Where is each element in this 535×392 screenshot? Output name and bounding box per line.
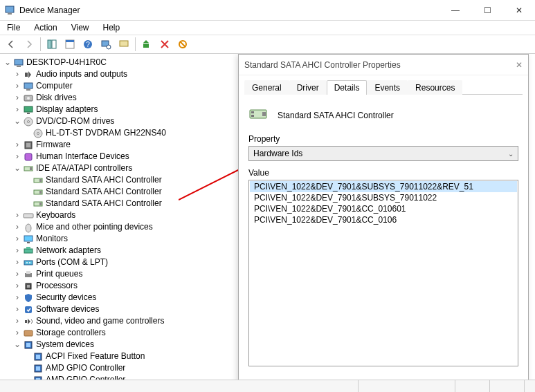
status-bar xyxy=(0,380,535,392)
svg-rect-3 xyxy=(52,40,56,48)
svg-rect-56 xyxy=(36,355,40,359)
svg-rect-34 xyxy=(39,191,42,194)
svg-rect-2 xyxy=(48,40,51,48)
svg-rect-11 xyxy=(143,44,149,48)
svg-point-38 xyxy=(26,224,31,232)
svg-rect-65 xyxy=(251,111,254,113)
menu-help[interactable]: Help xyxy=(99,21,125,34)
value-listbox[interactable]: PCI\VEN_1022&DEV_7901&SUBSYS_79011022&RE… xyxy=(248,180,518,366)
tab-driver[interactable]: Driver xyxy=(289,80,327,95)
svg-rect-40 xyxy=(27,242,30,243)
property-label: Property xyxy=(248,134,518,144)
forward-button[interactable] xyxy=(21,36,37,53)
value-item[interactable]: PCI\VEN_1022&DEV_7901&SUBSYS_79011022 xyxy=(250,192,517,203)
chevron-down-icon: ⌄ xyxy=(508,150,514,158)
maximize-button[interactable]: ☐ xyxy=(471,0,503,21)
show-hide-tree-button[interactable] xyxy=(44,36,60,53)
svg-rect-27 xyxy=(26,143,30,147)
disable-button[interactable] xyxy=(174,36,191,53)
minimize-button[interactable]: — xyxy=(439,0,471,21)
device-button[interactable] xyxy=(116,36,132,53)
update-driver-button[interactable] xyxy=(138,36,155,53)
title-bar: Device Manager — ☐ ✕ xyxy=(0,0,535,21)
main-body: ⌄DESKTOP-U4H1R0C›Audio inputs and output… xyxy=(0,54,535,380)
svg-rect-50 xyxy=(25,306,32,313)
tab-bar: General Driver Details Events Resources xyxy=(244,80,523,95)
device-icon xyxy=(248,106,271,124)
help-button[interactable]: ? xyxy=(80,36,96,53)
dialog-title: Standard SATA AHCI Controller Properties xyxy=(244,60,401,70)
device-name: Standard SATA AHCI Controller xyxy=(278,111,394,120)
svg-rect-15 xyxy=(25,73,28,77)
window-title: Device Manager xyxy=(19,6,439,15)
svg-rect-43 xyxy=(24,261,33,265)
close-button[interactable]: ✕ xyxy=(503,0,535,21)
tab-details[interactable]: Details xyxy=(327,80,368,95)
svg-rect-52 xyxy=(24,330,33,336)
svg-rect-21 xyxy=(27,113,30,114)
svg-point-45 xyxy=(29,262,30,263)
dialog-title-bar: Standard SATA AHCI Controller Properties… xyxy=(239,55,528,75)
back-button[interactable] xyxy=(3,36,19,53)
value-item[interactable]: PCI\VEN_1022&DEV_7901&CC_0106 xyxy=(250,214,517,225)
svg-rect-20 xyxy=(24,106,33,112)
svg-rect-54 xyxy=(26,343,30,347)
menu-view[interactable]: View xyxy=(67,21,93,34)
property-dropdown[interactable]: Hardware Ids ⌄ xyxy=(248,146,518,161)
svg-rect-28 xyxy=(25,153,32,160)
svg-rect-32 xyxy=(39,179,42,182)
uninstall-button[interactable] xyxy=(156,36,173,53)
value-item[interactable]: PCI\VEN_1022&DEV_7901&SUBSYS_79011022&RE… xyxy=(250,181,517,192)
svg-rect-14 xyxy=(17,66,21,67)
svg-rect-13 xyxy=(15,59,23,65)
tab-general[interactable]: General xyxy=(244,80,289,95)
scan-button[interactable] xyxy=(98,36,114,53)
properties-button[interactable] xyxy=(62,36,78,53)
svg-rect-66 xyxy=(251,115,254,117)
tab-resources[interactable]: Resources xyxy=(408,80,462,95)
toolbar: ? xyxy=(0,35,535,54)
svg-rect-10 xyxy=(120,41,128,46)
svg-point-9 xyxy=(107,45,111,49)
svg-rect-17 xyxy=(26,89,30,91)
menu-action[interactable]: Action xyxy=(30,21,61,34)
svg-rect-39 xyxy=(24,236,33,241)
svg-rect-41 xyxy=(24,249,33,253)
svg-rect-1 xyxy=(8,13,12,15)
menu-bar: File Action View Help xyxy=(0,21,535,35)
svg-point-23 xyxy=(28,120,30,122)
svg-rect-49 xyxy=(27,285,30,288)
svg-point-25 xyxy=(37,132,39,134)
dialog-close-icon[interactable]: ✕ xyxy=(516,60,523,70)
svg-point-44 xyxy=(26,262,28,263)
svg-rect-67 xyxy=(262,112,266,116)
svg-rect-47 xyxy=(26,271,30,274)
svg-rect-37 xyxy=(24,214,33,218)
svg-rect-0 xyxy=(6,6,14,12)
svg-rect-36 xyxy=(39,203,42,205)
value-label: Value xyxy=(248,168,518,178)
svg-rect-5 xyxy=(66,40,74,42)
svg-rect-42 xyxy=(26,247,30,249)
menu-file[interactable]: File xyxy=(3,21,24,34)
svg-point-19 xyxy=(27,97,30,100)
app-icon xyxy=(4,5,15,16)
tab-events[interactable]: Events xyxy=(367,80,408,95)
svg-text:?: ? xyxy=(86,41,90,48)
svg-rect-51 xyxy=(25,320,27,323)
svg-rect-58 xyxy=(36,366,40,371)
properties-dialog: Standard SATA AHCI Controller Properties… xyxy=(238,54,529,380)
svg-rect-30 xyxy=(30,167,32,170)
svg-rect-16 xyxy=(24,83,33,88)
property-value: Hardware Ids xyxy=(253,149,302,158)
value-item[interactable]: PCI\VEN_1022&DEV_7901&CC_010601 xyxy=(250,203,517,214)
